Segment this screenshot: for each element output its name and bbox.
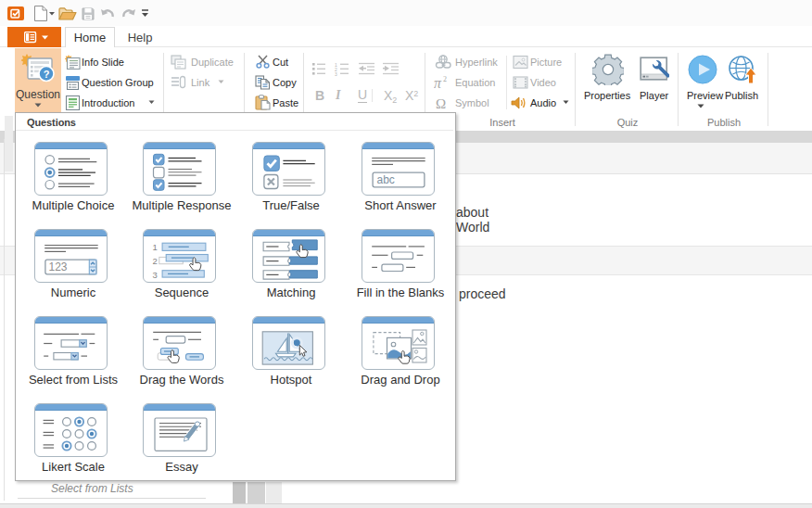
svg-text:3: 3 — [335, 71, 337, 76]
svg-text:2: 2 — [153, 256, 158, 266]
svg-text:π: π — [434, 75, 442, 90]
svg-text:3: 3 — [153, 270, 158, 280]
svg-text:1: 1 — [153, 242, 158, 252]
svg-text:2: 2 — [443, 75, 447, 83]
svg-text:Ω: Ω — [436, 96, 446, 110]
svg-text:?: ? — [44, 69, 50, 80]
svg-text:123: 123 — [49, 260, 68, 273]
svg-text:abc: abc — [377, 173, 395, 186]
